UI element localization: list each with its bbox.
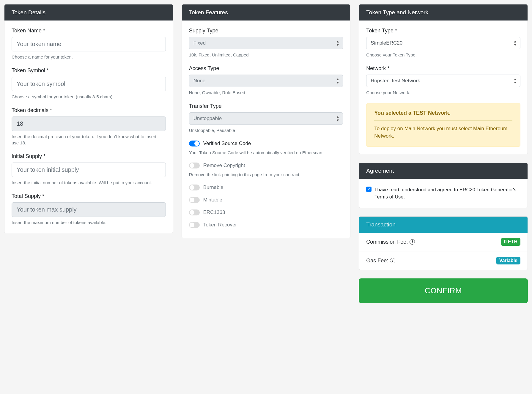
initial-supply-input[interactable] (12, 163, 166, 177)
verified-source-toggle[interactable] (189, 141, 200, 146)
transaction-header: Transaction (359, 217, 528, 233)
access-type-help: None, Ownable, Role Based (189, 89, 343, 96)
token-details-header: Token Details (4, 4, 173, 21)
transfer-type-select: Unstoppable (189, 112, 343, 125)
transfer-type-help: Unstoppable, Pausable (189, 127, 343, 134)
test-network-alert: You selected a TEST Network. To deploy o… (366, 103, 520, 147)
token-type-network-header: Token Type and Network (359, 4, 528, 21)
erc1363-toggle[interactable] (189, 209, 200, 215)
commission-fee-label: Commission Fee: (366, 239, 408, 245)
supply-type-help: 10k, Fixed, Unlimited, Capped (189, 52, 343, 58)
gas-fee-badge: Variable (496, 257, 520, 264)
total-supply-help: Insert the maximum number of tokens avai… (12, 219, 166, 226)
token-decimals-label: Token decimals * (12, 107, 166, 114)
agreement-text: I have read, understood and agreed to ER… (374, 186, 520, 201)
gas-fee-label: Gas Fee: (366, 258, 388, 264)
verified-source-label: Verified Source Code (203, 141, 251, 146)
token-name-label: Token Name * (12, 28, 166, 34)
commission-fee-badge: 0 ETH (501, 238, 520, 246)
confirm-button[interactable]: CONFIRM (359, 278, 528, 303)
token-features-card: Token Features Supply Type Fixed ▲▼ 10k,… (182, 4, 351, 238)
total-supply-input (12, 202, 166, 217)
token-recover-toggle[interactable] (189, 222, 200, 228)
access-type-select: None (189, 75, 343, 87)
token-details-card: Token Details Token Name * Choose a name… (4, 4, 173, 233)
network-select[interactable]: Ropsten Test Network (366, 75, 520, 87)
info-icon[interactable]: i (390, 258, 395, 263)
agreement-header: Agreement (359, 163, 528, 179)
burnable-toggle[interactable] (189, 185, 200, 190)
info-icon[interactable]: i (410, 239, 415, 245)
mintable-label: Mintable (203, 197, 222, 203)
initial-supply-label: Initial Supply * (12, 153, 166, 160)
verified-source-help: Your Token Source Code will be automatic… (189, 149, 343, 156)
token-type-label: Token Type * (366, 28, 520, 34)
erc1363-label: ERC1363 (203, 209, 225, 215)
transfer-type-label: Transfer Type (189, 103, 343, 109)
initial-supply-help: Insert the initial number of tokens avai… (12, 179, 166, 186)
remove-copyright-toggle[interactable] (189, 163, 200, 168)
network-help: Choose your Network. (366, 89, 520, 96)
token-symbol-label: Token Symbol * (12, 67, 166, 74)
token-symbol-help: Choose a symbol for your token (usually … (12, 94, 166, 100)
transaction-card: Transaction Commission Fee: i 0 ETH Gas … (359, 216, 528, 270)
burnable-label: Burnable (203, 185, 223, 190)
network-label: Network * (366, 65, 520, 72)
token-type-select[interactable]: SimpleERC20 (366, 37, 520, 49)
agreement-card: Agreement ✓ I have read, understood and … (359, 163, 528, 208)
token-symbol-input[interactable] (12, 77, 166, 91)
mintable-toggle[interactable] (189, 197, 200, 203)
terms-of-use-link[interactable]: Terms of Use (374, 194, 403, 199)
alert-body: To deploy on Main Network you must selec… (374, 125, 512, 140)
token-decimals-help: Insert the decimal precision of your tok… (12, 133, 166, 146)
access-type-label: Access Type (189, 65, 343, 72)
token-features-header: Token Features (182, 4, 350, 21)
alert-title: You selected a TEST Network. (374, 110, 512, 121)
supply-type-select: Fixed (189, 37, 343, 49)
token-name-help: Choose a name for your token. (12, 54, 166, 60)
agreement-checkbox[interactable]: ✓ (366, 187, 372, 192)
token-decimals-input (12, 116, 166, 131)
token-recover-label: Token Recover (203, 222, 237, 228)
supply-type-label: Supply Type (189, 28, 343, 34)
total-supply-label: Total Supply * (12, 193, 166, 199)
remove-copyright-help: Remove the link pointing to this page fr… (189, 171, 343, 178)
remove-copyright-label: Remove Copyright (203, 163, 245, 168)
token-type-help: Choose your Token Type. (366, 52, 520, 58)
token-name-input[interactable] (12, 37, 166, 51)
token-type-network-card: Token Type and Network Token Type * Simp… (359, 4, 528, 154)
